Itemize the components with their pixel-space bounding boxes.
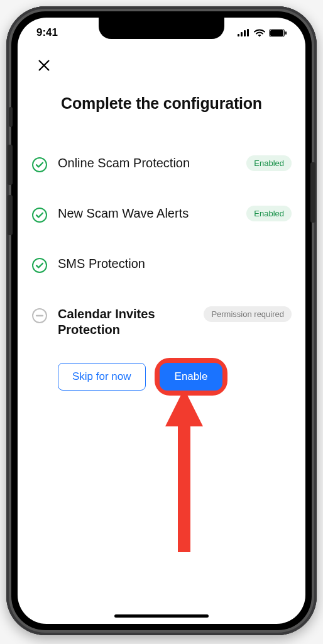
svg-rect-2 <box>244 30 246 36</box>
config-item-active: Calendar Invites Protection Permission r… <box>31 291 292 353</box>
svg-point-9 <box>33 158 47 172</box>
config-item-label: SMS Protection <box>58 256 292 272</box>
check-circle-icon <box>31 157 48 175</box>
home-indicator <box>114 614 209 618</box>
svg-rect-0 <box>238 34 239 36</box>
battery-icon <box>269 29 287 37</box>
check-circle-icon <box>31 207 48 226</box>
config-item: Online Scam Protection Enabled <box>31 140 292 191</box>
status-right <box>238 29 287 37</box>
annotation-highlight: Enable <box>155 358 228 396</box>
config-item-label: Calendar Invites Protection <box>58 306 194 338</box>
content: Complete the configuration Online Scam P… <box>18 48 305 396</box>
volume-up-button <box>8 145 13 185</box>
action-row: Skip for now Enable <box>58 358 292 396</box>
svg-point-11 <box>33 258 47 272</box>
close-button[interactable] <box>31 53 57 78</box>
notch <box>99 18 224 39</box>
dash-circle-icon <box>31 308 48 326</box>
skip-button[interactable]: Skip for now <box>58 363 146 391</box>
close-icon <box>37 58 51 72</box>
config-item-label: New Scam Wave Alerts <box>58 206 236 221</box>
svg-marker-14 <box>165 389 203 552</box>
svg-rect-1 <box>241 32 243 36</box>
cellular-icon <box>238 29 250 36</box>
status-badge-enabled: Enabled <box>246 206 292 221</box>
check-circle-icon <box>31 257 48 276</box>
phone-frame: 9:41 <box>6 6 317 635</box>
mute-switch <box>9 107 13 127</box>
svg-rect-6 <box>285 31 287 35</box>
status-badge-permission: Permission required <box>204 306 292 322</box>
screen: 9:41 <box>18 18 305 624</box>
enable-button[interactable]: Enable <box>160 363 223 391</box>
annotation-arrow-icon <box>159 389 209 552</box>
power-button <box>310 162 315 223</box>
config-item: New Scam Wave Alerts Enabled <box>31 191 292 241</box>
status-badge-enabled: Enabled <box>246 155 292 171</box>
wifi-icon <box>254 29 265 37</box>
svg-rect-5 <box>270 30 283 36</box>
status-time: 9:41 <box>36 26 58 39</box>
svg-point-10 <box>33 208 47 222</box>
config-item-label: Online Scam Protection <box>58 155 236 171</box>
config-item: SMS Protection <box>31 241 292 291</box>
page-title: Complete the configuration <box>31 94 292 113</box>
volume-down-button <box>8 195 13 235</box>
svg-rect-3 <box>247 29 249 36</box>
